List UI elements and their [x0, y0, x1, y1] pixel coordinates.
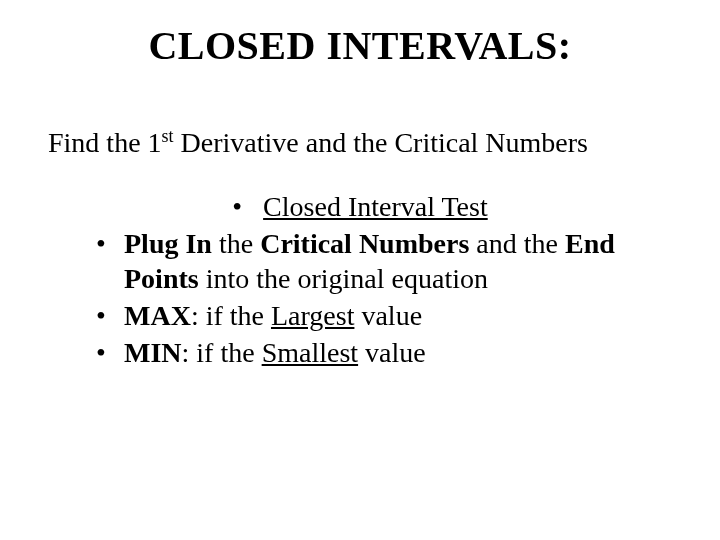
subtitle-prefix: Find the 1 [48, 127, 162, 158]
max-text: MAX [124, 300, 191, 331]
list-item: • Plug In the Critical Numbers and the E… [90, 226, 660, 296]
bullet-dot-icon: • [96, 335, 106, 370]
plug-in-text: Plug In [124, 228, 212, 259]
bullet-dot-icon: • [232, 191, 242, 222]
text: into the original equation [199, 263, 488, 294]
min-text: MIN [124, 337, 182, 368]
largest-text: Largest [271, 300, 354, 331]
subtitle-rest: Derivative and the Critical Numbers [174, 127, 588, 158]
smallest-text: Smallest [262, 337, 358, 368]
text: value [354, 300, 422, 331]
bullet-dot-icon: • [96, 298, 106, 333]
bullet-dot-icon: • [96, 226, 106, 261]
list-item: • MAX: if the Largest value [90, 298, 660, 333]
text: : if the [182, 337, 262, 368]
subtitle-superscript: st [162, 126, 174, 146]
text: the [212, 228, 260, 259]
closed-interval-test-text: Closed Interval Test [263, 191, 488, 222]
critical-numbers-text: Critical Numbers [260, 228, 469, 259]
slide-body: • Closed Interval Test • Plug In the Cri… [0, 159, 720, 370]
text: and the [469, 228, 565, 259]
list-item: • Closed Interval Test [60, 189, 660, 224]
slide-subtitle: Find the 1st Derivative and the Critical… [0, 69, 720, 159]
text: : if the [191, 300, 271, 331]
list-item: • MIN: if the Smallest value [90, 335, 660, 370]
slide-title: CLOSED INTERVALS: [0, 0, 720, 69]
text: value [358, 337, 426, 368]
slide: CLOSED INTERVALS: Find the 1st Derivativ… [0, 0, 720, 540]
